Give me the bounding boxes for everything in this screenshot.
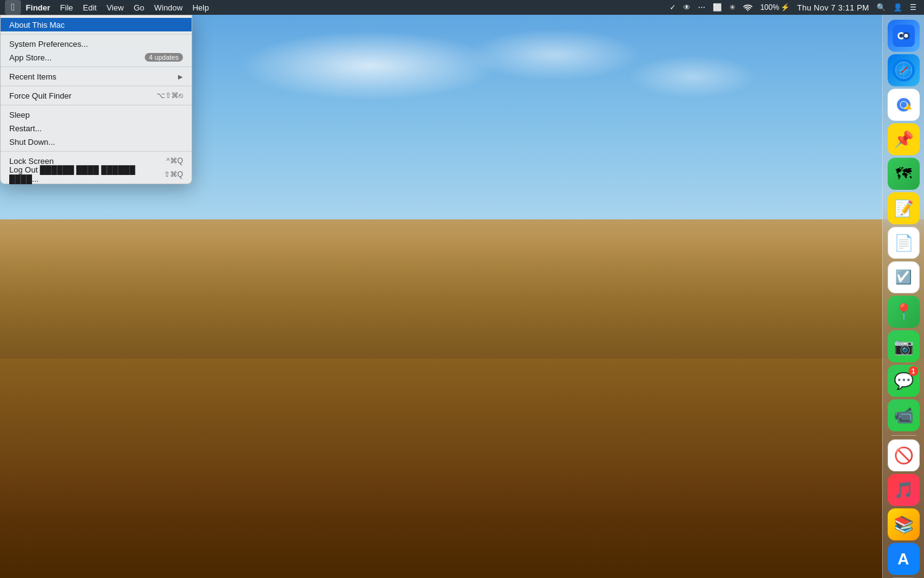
dock-icon-facetime[interactable]: 📷 (888, 330, 920, 362)
menu-separator-1 (1, 34, 192, 35)
menubar-finder[interactable]: Finder (21, 0, 55, 15)
menu-recent-items[interactable]: Recent Items ▶ (1, 70, 192, 83)
menubar-edit[interactable]: Edit (78, 0, 102, 15)
svg-point-3 (899, 34, 903, 38)
messages-notification-badge: 1 (909, 366, 918, 376)
dock-icon-music[interactable]: 🎵 (888, 474, 920, 506)
menubar-left:  Finder File Edit View Go Window Help (5, 0, 214, 15)
wifi-icon[interactable] (740, 0, 755, 15)
menubar:  Finder File Edit View Go Window Help ✓… (0, 0, 924, 15)
bluetooth-icon[interactable]: ✳ (727, 0, 738, 15)
dock: 📌 🗺 📝 📄 ☑️ 📍 📷 💬 1 📹 🚫 🎵 📚 (882, 15, 924, 578)
dock-icon-safari[interactable] (888, 54, 920, 86)
battery-icon: ⚡ (780, 3, 790, 12)
dock-icon-messages[interactable]: 💬 1 (888, 365, 920, 397)
menu-force-quit[interactable]: Force Quit Finder ⌥⇧⌘⎋ (1, 89, 192, 102)
dock-icon-textedit[interactable]: 📄 (888, 227, 920, 259)
eye-icon[interactable]: 👁 (681, 0, 693, 15)
cast-icon[interactable]: ⋯ (695, 0, 708, 15)
dock-icon-maps[interactable]: 🗺 (888, 158, 920, 190)
dock-icon-books[interactable]: 📚 (888, 508, 920, 540)
menu-separator-5 (1, 151, 192, 152)
menubar-go[interactable]: Go (129, 0, 149, 15)
menu-separator-4 (1, 105, 192, 105)
dock-icon-reminders[interactable]: ☑️ (888, 261, 920, 293)
battery-status[interactable]: 100% ⚡ (758, 0, 792, 15)
search-icon[interactable]: 🔍 (874, 0, 888, 15)
menubar-file[interactable]: File (55, 0, 78, 15)
dock-icon-chrome[interactable] (888, 89, 920, 121)
apple-dropdown-menu: About This Mac System Preferences... App… (0, 15, 192, 184)
dock-icon-notes[interactable]: 📝 (888, 192, 920, 224)
dock-icon-maps2[interactable]: 📍 (888, 296, 920, 328)
recent-items-arrow: ▶ (178, 73, 183, 80)
menu-system-preferences[interactable]: System Preferences... (1, 37, 192, 51)
menu-separator-3 (1, 86, 192, 86)
menu-restart[interactable]: Restart... (1, 121, 192, 135)
menubar-right: ✓ 👁 ⋯ ⬜ ✳ 100% ⚡ Thu Nov 7 3:11 PM 🔍 👤 ☰ (667, 0, 919, 15)
menu-shutdown[interactable]: Shut Down... (1, 135, 192, 149)
svg-point-14 (901, 102, 907, 108)
menu-app-store[interactable]: App Store... 4 updates (1, 51, 192, 64)
app-store-badge: 4 updates (145, 53, 183, 62)
force-quit-shortcut: ⌥⇧⌘⎋ (156, 91, 183, 100)
log-out-shortcut: ⇧⌘Q (164, 170, 183, 179)
menubar-view[interactable]: View (102, 0, 129, 15)
control-center-icon[interactable]: ☰ (907, 0, 919, 15)
dock-icon-finder[interactable] (888, 20, 920, 52)
dock-separator-1 (891, 435, 916, 436)
menu-sleep[interactable]: Sleep (1, 108, 192, 121)
battery-percent: 100% (760, 3, 779, 12)
menu-separator-2 (1, 67, 192, 67)
menu-log-out[interactable]: Log Out ██████ ████ ██████ ████... ⇧⌘Q (1, 168, 192, 181)
datetime-display[interactable]: Thu Nov 7 3:11 PM (795, 0, 872, 15)
menubar-help[interactable]: Help (187, 0, 214, 15)
menu-about-mac[interactable]: About This Mac (1, 18, 192, 31)
airplay-icon[interactable]: ⬜ (710, 0, 724, 15)
taskcheck-icon[interactable]: ✓ (667, 0, 678, 15)
dock-icon-stickies[interactable]: 📌 (888, 123, 920, 155)
menubar-window[interactable]: Window (149, 0, 187, 15)
dock-icon-noblocking[interactable]: 🚫 (888, 439, 920, 471)
svg-point-4 (904, 34, 908, 38)
lock-screen-shortcut: ^⌘Q (166, 157, 183, 165)
apple-menu-trigger[interactable]:  (5, 0, 21, 15)
dock-icon-appstore[interactable]: A (888, 543, 920, 575)
dock-icon-facetimevideo[interactable]: 📹 (888, 399, 920, 431)
user-icon[interactable]: 👤 (891, 0, 905, 15)
